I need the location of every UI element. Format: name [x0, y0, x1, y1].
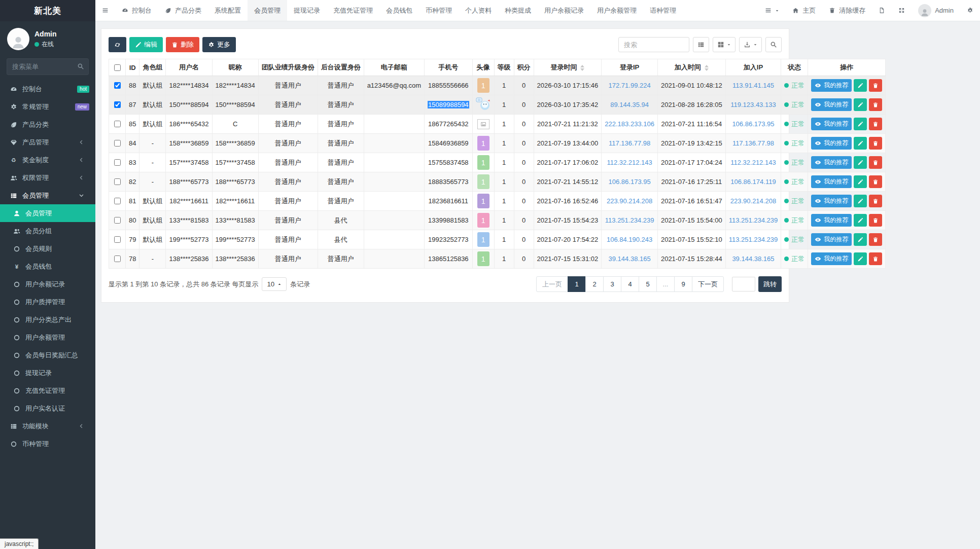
jump-button[interactable]: 跳转 [758, 276, 782, 292]
row-delete-button[interactable] [869, 252, 882, 265]
row-edit-button[interactable] [854, 252, 867, 265]
export-button[interactable] [739, 37, 762, 52]
row-delete-button[interactable] [869, 175, 882, 188]
row-delete-button[interactable] [869, 195, 882, 207]
sidebar-item[interactable]: 用户实名认证 [0, 399, 95, 417]
sidebar-item[interactable]: 会员规则 [0, 240, 95, 258]
login-ip-link[interactable]: 106.86.173.95 [609, 178, 651, 186]
join-ip-link[interactable]: 113.91.41.145 [732, 82, 774, 89]
row-delete-button[interactable] [869, 79, 882, 92]
nav-settings-button[interactable] [960, 0, 980, 21]
nav-language-switch-button[interactable] [872, 0, 892, 21]
row-delete-button[interactable] [869, 137, 882, 150]
page-button-5[interactable]: 5 [639, 276, 657, 292]
my-referrals-button[interactable]: 我的推荐 [811, 233, 852, 246]
login-ip-link[interactable]: 222.183.233.106 [605, 120, 654, 128]
nav-tab-0[interactable]: 控制台 [115, 0, 158, 21]
nav-tab-1[interactable]: 产品分类 [158, 0, 208, 21]
advanced-search-button[interactable] [765, 37, 782, 52]
nav-fullscreen-button[interactable] [892, 0, 912, 21]
nav-tab-11[interactable]: 用户余额管理 [590, 0, 643, 21]
sidebar-item[interactable]: 提现记录 [0, 364, 95, 382]
sidebar-item[interactable]: 会员分组 [0, 222, 95, 240]
login-ip-link[interactable]: 106.84.190.243 [607, 236, 652, 243]
row-checkbox[interactable] [114, 121, 121, 127]
sidebar-item[interactable]: 产品管理 [0, 133, 95, 151]
column-header[interactable]: 登录时间 [534, 59, 602, 76]
join-ip-link[interactable]: 112.32.212.143 [730, 159, 776, 166]
login-ip-link[interactable]: 223.90.214.208 [607, 197, 652, 205]
table-search-input[interactable] [618, 37, 689, 52]
page-button-4[interactable]: 4 [621, 276, 639, 292]
row-checkbox[interactable] [114, 255, 121, 262]
nav-tab-8[interactable]: 个人资料 [459, 0, 498, 21]
row-delete-button[interactable] [869, 118, 882, 130]
join-ip-link[interactable]: 117.136.77.98 [732, 139, 774, 147]
nav-tab-5[interactable]: 充值凭证管理 [327, 0, 379, 21]
row-edit-button[interactable] [854, 195, 867, 207]
page-button-...[interactable]: ... [656, 276, 675, 292]
row-checkbox[interactable] [114, 140, 121, 147]
nav-user-menu[interactable]: Admin [912, 0, 960, 21]
sidebar-item[interactable]: 功能模块 [0, 417, 95, 435]
jump-page-input[interactable] [732, 277, 755, 291]
row-delete-button[interactable] [869, 156, 882, 169]
login-ip-link[interactable]: 117.136.77.98 [609, 139, 650, 147]
join-ip-link[interactable]: 39.144.38.165 [732, 255, 774, 263]
login-ip-link[interactable]: 172.71.99.224 [609, 82, 651, 89]
sidebar-item[interactable]: 权限管理 [0, 169, 95, 187]
row-checkbox[interactable] [114, 101, 121, 108]
row-delete-button[interactable] [869, 214, 882, 227]
sidebar-item[interactable]: 币种管理 [0, 435, 95, 453]
sidebar-item[interactable]: 奖金制度 [0, 151, 95, 169]
nav-clear-cache-button[interactable]: 清除缓存 [822, 0, 872, 21]
nav-tab-4[interactable]: 提现记录 [287, 0, 327, 21]
sidebar-item[interactable]: 会员管理 [0, 187, 95, 204]
nav-tab-6[interactable]: 会员钱包 [379, 0, 419, 21]
my-referrals-button[interactable]: 我的推荐 [811, 175, 852, 188]
delete-button[interactable]: 删除 [166, 37, 199, 52]
row-checkbox[interactable] [114, 236, 121, 243]
join-ip-link[interactable]: 113.251.234.239 [729, 216, 778, 224]
sidebar-item[interactable]: 用户质押管理 [0, 293, 95, 311]
sidebar-item[interactable]: 会员钱包 [0, 258, 95, 275]
refresh-button[interactable] [109, 37, 126, 52]
row-delete-button[interactable] [869, 233, 882, 246]
join-ip-link[interactable]: 223.90.214.208 [730, 197, 776, 205]
sidebar-item[interactable]: 产品分类 [0, 116, 95, 133]
row-edit-button[interactable] [854, 175, 867, 188]
row-edit-button[interactable] [854, 233, 867, 246]
my-referrals-button[interactable]: 我的推荐 [811, 195, 852, 207]
sidebar-item[interactable]: 充值凭证管理 [0, 382, 95, 399]
row-edit-button[interactable] [854, 118, 867, 130]
column-header[interactable]: 加入时间 [657, 59, 725, 76]
join-ip-link[interactable]: 113.251.234.239 [729, 236, 778, 243]
my-referrals-button[interactable]: 我的推荐 [811, 214, 852, 227]
brand-logo[interactable]: 新北美 [0, 0, 95, 21]
my-referrals-button[interactable]: 我的推荐 [811, 137, 852, 150]
my-referrals-button[interactable]: 我的推荐 [811, 118, 852, 130]
my-referrals-button[interactable]: 我的推荐 [811, 252, 852, 265]
page-size-dropdown[interactable]: 10 [262, 277, 287, 291]
next-page-button[interactable]: 下一页 [692, 276, 724, 292]
row-checkbox[interactable] [114, 198, 121, 204]
nav-tab-9[interactable]: 种类提成 [498, 0, 538, 21]
login-ip-link[interactable]: 113.251.234.239 [605, 216, 654, 224]
row-edit-button[interactable] [854, 79, 867, 92]
sort-arrows-icon[interactable] [580, 65, 584, 71]
search-icon[interactable] [77, 63, 84, 70]
more-button[interactable]: 更多 [202, 37, 236, 52]
login-ip-link[interactable]: 89.144.35.94 [610, 101, 649, 108]
my-referrals-button[interactable]: 我的推荐 [811, 156, 852, 169]
row-edit-button[interactable] [854, 156, 867, 169]
nav-tab-12[interactable]: 语种管理 [643, 0, 683, 21]
prev-page-button[interactable]: 上一页 [536, 276, 568, 292]
login-ip-link[interactable]: 39.144.38.165 [609, 255, 651, 263]
nav-tab-10[interactable]: 用户余额记录 [538, 0, 590, 21]
pagination-switch-button[interactable] [693, 37, 709, 52]
join-ip-link[interactable]: 106.86.174.119 [730, 178, 776, 186]
row-checkbox[interactable] [114, 178, 121, 185]
sidebar-item[interactable]: 用户余额记录 [0, 275, 95, 293]
sidebar-toggle-button[interactable] [95, 0, 115, 21]
login-ip-link[interactable]: 112.32.212.143 [607, 159, 652, 166]
